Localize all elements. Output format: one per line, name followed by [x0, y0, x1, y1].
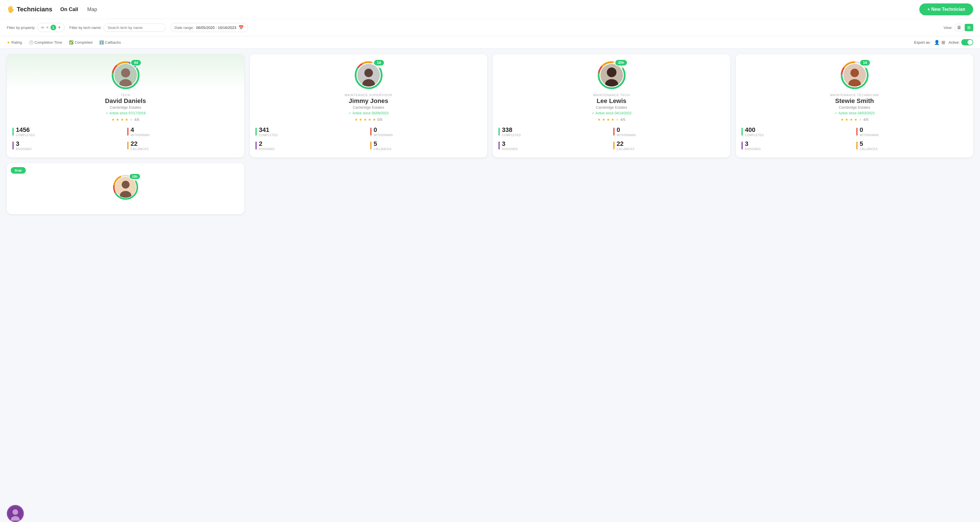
nav-on-call[interactable]: On Call: [58, 5, 81, 14]
filter-remove-icon[interactable]: ✕: [46, 26, 49, 29]
sort-completion-label: Completion Time: [35, 40, 62, 45]
callbacks-label-3: CALLBACKS: [617, 147, 635, 151]
list-view-button[interactable]: ☰: [955, 24, 964, 31]
avatar-img-1: [114, 64, 137, 86]
export-grid-icon[interactable]: ⊞: [942, 40, 945, 45]
property-chevron-icon[interactable]: ▼: [58, 26, 61, 29]
assigned-number-2: 2: [259, 140, 275, 147]
active-toggle-switch[interactable]: [961, 39, 973, 45]
sort-completed[interactable]: ✅ Completed: [69, 40, 92, 45]
sort-rating-label: Rating: [11, 40, 22, 45]
technician-card-3[interactable]: 20h MAINTENANCE TECH Lee Lewis Cambridge…: [493, 54, 730, 158]
callbacks-item-4: 5 CALLBACKS: [860, 140, 878, 151]
sort-callbacks[interactable]: ℹ️ Callbacks: [99, 40, 121, 45]
tech-role-3: MAINTENANCE TECH: [498, 93, 724, 97]
clock-icon: 🕐: [29, 40, 33, 45]
timer-badge-4: 1d: [859, 59, 870, 66]
tech-location-4: Cambridge Estates: [741, 105, 967, 110]
assigned-item-1: 3 ASSIGNED: [16, 140, 32, 151]
sort-rating[interactable]: ★ Rating: [7, 40, 22, 45]
completed-label-4: COMPLETED: [745, 134, 764, 137]
callbacks-stat-2: 5 CALLBACKS: [370, 140, 482, 151]
star-3-3: ★: [606, 117, 610, 122]
completed-item-3: 338 COMPLETED: [502, 126, 521, 137]
completed-number-1: 1456: [16, 126, 35, 134]
withdrawn-number-3: 0: [617, 126, 636, 134]
withdrawn-label-3: WITHDRAWN: [617, 134, 636, 137]
technician-cards-grid: 4d TECH David Daniels Cambridge Estates …: [0, 48, 980, 163]
view-label: View:: [943, 26, 953, 30]
star-icon: ★: [7, 40, 10, 45]
export-area: Export as: 👤 ⊞ Active:: [914, 39, 973, 45]
tech-location-2: Cambridge Estates: [256, 105, 482, 110]
completed-number-2: 341: [259, 126, 278, 134]
assigned-number-3: 3: [502, 140, 518, 147]
technician-card-2[interactable]: 1d MAINTEANCE SUPERVISOR Jimmy Jones Cam…: [250, 54, 487, 158]
technician-card-1[interactable]: 4d TECH David Daniels Cambridge Estates …: [7, 54, 244, 158]
withdrawn-bar-1: [127, 128, 129, 136]
star-1-5: ★: [130, 117, 133, 122]
assigned-label-1: ASSIGNED: [16, 147, 32, 151]
bottom-timer-badge: 10h: [129, 173, 141, 180]
withdrawn-item-3: 0 WITHDRAWN: [617, 126, 636, 137]
completed-number-3: 338: [502, 126, 521, 134]
star-4-2: ★: [845, 117, 848, 122]
assigned-stat-1: 3 ASSIGNED: [13, 140, 124, 151]
grid-view-button[interactable]: ⊞: [965, 24, 973, 31]
nav-map[interactable]: Map: [85, 5, 100, 14]
withdrawn-number-2: 0: [374, 126, 393, 134]
withdrawn-item-4: 0 WITHDRAWN: [860, 126, 879, 137]
tech-role-4: MAINTENANCE TECHNICIAN: [741, 93, 967, 97]
new-technician-button[interactable]: + New Technician: [919, 3, 973, 15]
callbacks-item-3: 22 CALLBACKS: [617, 140, 635, 151]
completed-stat-4: 400 COMPLETED: [741, 126, 853, 137]
calendar-icon[interactable]: 📅: [239, 25, 244, 30]
active-check-icon-2: ✓: [348, 111, 352, 115]
bottom-row-cards: true 10h: [0, 163, 980, 220]
callbacks-number-1: 22: [131, 140, 149, 147]
star-1-3: ★: [121, 117, 124, 122]
assigned-bar-3: [498, 142, 500, 150]
completed-label-2: COMPLETED: [259, 134, 278, 137]
star-2-2: ★: [359, 117, 363, 122]
active-label: Active:: [948, 40, 959, 45]
avatar-section-1: 4d: [13, 61, 239, 89]
export-person-icon[interactable]: 👤: [934, 40, 940, 45]
tech-location-3: Cambridge Estates: [498, 105, 724, 110]
withdrawn-bar-4: [856, 128, 858, 136]
active-check-icon-1: ✓: [105, 111, 108, 115]
date-range-box[interactable]: Date range: 06/05/2020 - 10/16/2023 📅: [170, 23, 248, 32]
timer-badge-2: 1d: [374, 59, 384, 66]
stats-grid-2: 341 COMPLETED 0 WITHDRAWN 2 ASSIGNED: [256, 126, 482, 151]
view-icons: ☰ ⊞: [955, 24, 973, 31]
tech-name-input[interactable]: [103, 24, 166, 32]
tech-role-1: TECH: [13, 93, 239, 97]
withdrawn-stat-4: 0 WITHDRAWN: [856, 126, 968, 137]
callbacks-stat-3: 22 CALLBACKS: [613, 140, 725, 151]
stats-grid-4: 400 COMPLETED 0 WITHDRAWN 3 ASSIGNED: [741, 126, 967, 151]
stars-row-1: ★ ★ ★ ★ ★ 4/5: [13, 117, 239, 122]
bottom-card-1[interactable]: true 10h: [7, 163, 244, 214]
avatar-section-4: 1d: [741, 61, 967, 89]
sort-bar: ★ Rating 🕐 Completion Time ✅ Completed ℹ…: [0, 36, 980, 48]
star-2-5: ★: [372, 117, 376, 122]
completed-label-1: COMPLETED: [16, 134, 35, 137]
withdrawn-label-1: WITHDRAWN: [131, 134, 150, 137]
info-icon: ℹ️: [99, 40, 104, 45]
completed-item-4: 400 COMPLETED: [745, 126, 764, 137]
stars-row-3: ★ ★ ★ ★ ★ 4/5: [498, 117, 724, 122]
bottom-placeholder-2: [250, 163, 487, 214]
withdrawn-label-4: WITHDRAWN: [860, 134, 879, 137]
assigned-item-4: 3 ASSIGNED: [745, 140, 761, 151]
nav-links: On Call Map: [58, 5, 100, 14]
sort-completion-time[interactable]: 🕐 Completion Time: [29, 40, 62, 45]
active-check-icon-4: ✓: [835, 111, 837, 115]
technician-card-4[interactable]: 1d MAINTENANCE TECHNICIAN Stewie Smith C…: [736, 54, 973, 158]
avatar-wrapper-1: 4d: [111, 61, 140, 89]
top-bar: 🖐️ Technicians On Call Map + New Technic…: [0, 0, 980, 19]
callbacks-bar-1: [127, 142, 129, 150]
avatar-section-2: 1d: [256, 61, 482, 89]
completed-item-1: 1456 COMPLETED: [16, 126, 35, 137]
assigned-bar-1: [13, 142, 14, 150]
withdrawn-number-1: 4: [131, 126, 150, 134]
